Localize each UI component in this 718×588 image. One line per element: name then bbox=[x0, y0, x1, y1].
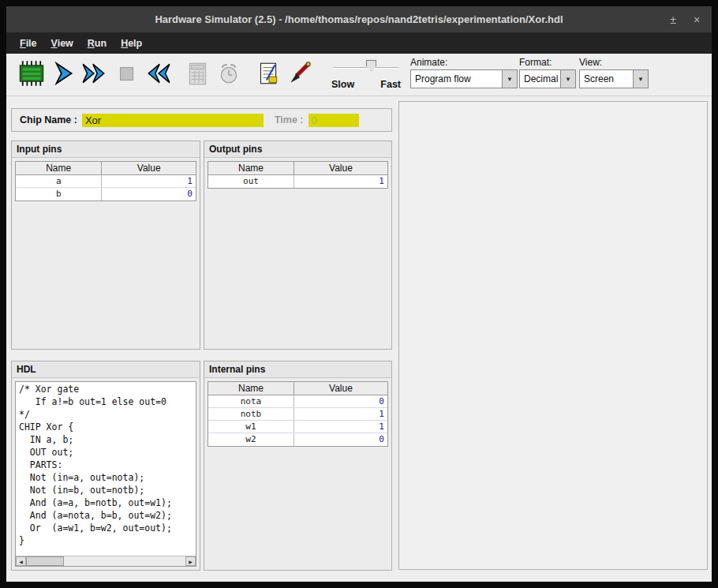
animate-value: Program flow bbox=[411, 70, 502, 88]
view-group: View: Screen ▼ bbox=[579, 57, 649, 88]
format-select[interactable]: Decimal ▼ bbox=[519, 69, 576, 88]
name-column-header: Name bbox=[208, 382, 294, 395]
pin-name-cell: w1 bbox=[208, 421, 294, 433]
table-header: Name Value bbox=[208, 162, 387, 175]
pin-value-cell: 1 bbox=[294, 421, 387, 433]
menu-file[interactable]: File bbox=[13, 35, 44, 52]
code-line: Or (a=w1, b=w2, out=out); bbox=[19, 522, 193, 534]
output-pins-rows: out 1 bbox=[208, 175, 387, 188]
chevron-down-icon[interactable]: ▼ bbox=[560, 70, 575, 88]
calculator-button[interactable] bbox=[181, 57, 213, 90]
table-row[interactable]: b 0 bbox=[16, 188, 196, 200]
slider-thumb[interactable] bbox=[366, 60, 376, 71]
clock-icon bbox=[215, 60, 242, 87]
hdl-code-lines: /* Xor gate If a!=b out=1 else out=0 */ … bbox=[16, 382, 196, 547]
internal-pins-table: Name Value nota 0 notb 1 w1 bbox=[208, 381, 388, 447]
pin-name-cell: out bbox=[208, 175, 294, 188]
fast-forward-icon bbox=[80, 60, 109, 87]
code-line: CHIP Xor { bbox=[19, 421, 193, 433]
titlebar: Hardware Simulator (2.5) - /home/thomas/… bbox=[6, 6, 712, 32]
reset-button[interactable] bbox=[142, 57, 174, 90]
table-row: nota 0 bbox=[208, 395, 387, 408]
fast-label: Fast bbox=[380, 79, 401, 90]
pin-name-cell: b bbox=[16, 188, 102, 200]
internal-pins-panel: Internal pins Name Value nota 0 notb 1 bbox=[204, 361, 392, 571]
screen-display bbox=[398, 101, 708, 570]
format-value: Decimal bbox=[520, 70, 560, 88]
table-row: notb 1 bbox=[208, 408, 387, 421]
slider-labels: Slow Fast bbox=[331, 79, 401, 90]
rewind-icon bbox=[144, 60, 172, 87]
clock-button[interactable] bbox=[213, 57, 245, 90]
pin-value-cell[interactable]: 1 bbox=[102, 175, 196, 187]
view-hdl-button[interactable] bbox=[252, 57, 284, 90]
minimize-button[interactable]: ± bbox=[661, 6, 685, 32]
time-field: 0 bbox=[309, 114, 359, 127]
table-row[interactable]: a 1 bbox=[16, 175, 196, 188]
scrollbar-thumb[interactable] bbox=[26, 556, 64, 566]
menu-help[interactable]: Help bbox=[114, 35, 149, 52]
pin-value-cell[interactable]: 0 bbox=[102, 188, 196, 200]
code-line: IN a, b; bbox=[19, 433, 193, 446]
hdl-code-view[interactable]: /* Xor gate If a!=b out=1 else out=0 */ … bbox=[15, 381, 196, 567]
chevron-down-icon[interactable]: ▼ bbox=[633, 70, 648, 88]
animate-select[interactable]: Program flow ▼ bbox=[410, 69, 518, 88]
load-chip-button[interactable] bbox=[16, 57, 47, 90]
format-label: Format: bbox=[519, 57, 576, 68]
code-line: /* Xor gate bbox=[19, 383, 193, 395]
value-column-header: Value bbox=[294, 162, 387, 174]
name-column-header: Name bbox=[16, 162, 102, 174]
time-label: Time : bbox=[275, 114, 304, 125]
animate-label: Animate: bbox=[410, 57, 518, 68]
run-button[interactable] bbox=[79, 57, 110, 90]
animate-group: Animate: Program flow ▼ bbox=[410, 57, 518, 88]
code-line: And (a=nota, b=b, out=w2); bbox=[19, 509, 193, 522]
hardware-simulator-window: Hardware Simulator (2.5) - /home/thomas/… bbox=[6, 6, 712, 582]
code-line: OUT out; bbox=[19, 446, 193, 459]
window-title: Hardware Simulator (2.5) - /home/thomas/… bbox=[155, 13, 563, 25]
stop-button[interactable] bbox=[110, 57, 142, 90]
hdl-panel: HDL /* Xor gate If a!=b out=1 else out=0… bbox=[11, 361, 200, 571]
menu-view[interactable]: View bbox=[44, 35, 80, 52]
table-row: out 1 bbox=[208, 175, 387, 188]
single-step-button[interactable] bbox=[47, 57, 79, 90]
view-select[interactable]: Screen ▼ bbox=[579, 69, 649, 88]
scroll-right-icon[interactable]: ▶ bbox=[185, 556, 196, 566]
stop-square-icon bbox=[113, 60, 140, 87]
input-pins-rows: a 1 b 0 bbox=[16, 175, 196, 200]
pin-value-cell: 0 bbox=[294, 433, 387, 446]
calculator-icon bbox=[184, 60, 211, 87]
name-column-header: Name bbox=[208, 162, 294, 174]
code-line: Not (in=b, out=notb); bbox=[19, 484, 193, 496]
single-step-arrow-icon bbox=[50, 60, 77, 87]
close-button[interactable]: × bbox=[685, 6, 709, 32]
slider-track[interactable] bbox=[333, 67, 399, 69]
table-row: w1 1 bbox=[208, 421, 387, 433]
output-pins-table: Name Value out 1 bbox=[208, 161, 388, 189]
input-pins-panel: Input pins Name Value a 1 b 0 bbox=[11, 140, 200, 350]
pin-value-cell: 0 bbox=[294, 395, 387, 407]
horizontal-scrollbar[interactable]: ◀ ▶ bbox=[16, 556, 196, 566]
paintbrush-icon bbox=[286, 60, 313, 87]
chevron-down-icon[interactable]: ▼ bbox=[502, 70, 517, 88]
input-pins-title: Input pins bbox=[12, 141, 200, 158]
toolbar-buttons bbox=[16, 57, 316, 90]
paint-button[interactable] bbox=[284, 57, 316, 90]
slow-label: Slow bbox=[331, 79, 354, 90]
view-label: View: bbox=[579, 57, 649, 68]
code-line: } bbox=[19, 534, 193, 547]
input-pins-table: Name Value a 1 b 0 bbox=[15, 161, 196, 201]
menu-run[interactable]: Run bbox=[80, 35, 114, 52]
scroll-left-icon[interactable]: ◀ bbox=[16, 556, 26, 566]
internal-pins-rows: nota 0 notb 1 w1 1 w2 0 bbox=[208, 395, 387, 446]
pin-value-cell: 1 bbox=[294, 408, 387, 420]
menubar: File View Run Help bbox=[6, 32, 712, 54]
code-line: And (a=a, b=notb, out=w1); bbox=[19, 496, 193, 509]
pin-name-cell: a bbox=[16, 175, 102, 187]
hdl-title: HDL bbox=[12, 361, 200, 378]
code-line: PARTS: bbox=[19, 459, 193, 471]
speed-slider[interactable]: Slow Fast bbox=[331, 58, 401, 93]
script-icon bbox=[255, 60, 282, 87]
table-header: Name Value bbox=[16, 162, 196, 175]
chip-icon bbox=[17, 59, 46, 88]
